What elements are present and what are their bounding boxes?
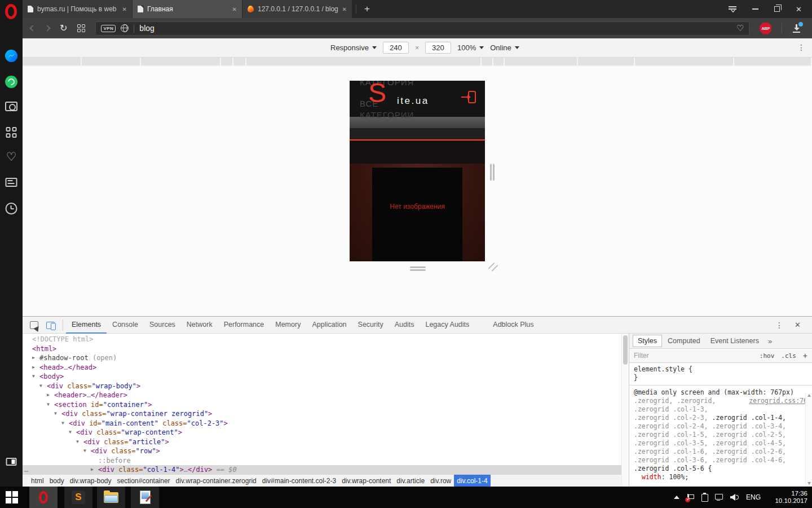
viewport-width-input[interactable]	[383, 42, 409, 54]
throttling-select[interactable]: Online	[490, 43, 519, 52]
viewport-resize-handle-bottom[interactable]	[410, 269, 426, 271]
elements-scrollbar[interactable]	[621, 334, 629, 487]
breadcrumb-item[interactable]: div.wrap-body	[67, 475, 114, 487]
breadcrumb-item[interactable]: body	[47, 475, 67, 487]
breadcrumb-item[interactable]: html	[28, 475, 47, 487]
news-icon[interactable]	[6, 178, 17, 187]
devtools-tab-security[interactable]: Security	[352, 317, 389, 334]
breadcrumb-item[interactable]: div#main-content.col-2-3	[259, 475, 339, 487]
device-toolbar-toggle-icon[interactable]	[46, 321, 56, 329]
opera-logo-icon[interactable]	[5, 4, 17, 19]
breadcrumb-item[interactable]: div.wrap-container.zerogrid	[173, 475, 259, 487]
tab-menu-icon[interactable]	[729, 6, 736, 12]
css-line[interactable]: .zerogrid .col-1-5, .zerogrid .col-2-5,	[634, 431, 801, 439]
devtools-tab-audits[interactable]: Audits	[389, 317, 420, 334]
messenger-icon[interactable]	[5, 50, 17, 62]
scroll-up-icon[interactable]	[807, 394, 811, 397]
start-button-icon[interactable]	[6, 491, 18, 503]
login-exit-icon[interactable]	[464, 91, 476, 104]
css-line[interactable]: .zerogrid .col-3-5, .zerogrid .col-4-5,	[634, 439, 801, 448]
sidebar-tabs-overflow-icon[interactable]: »	[768, 337, 772, 345]
tab-close-icon[interactable]: ✕	[342, 6, 347, 12]
battery-icon[interactable]	[701, 493, 708, 501]
dom-tree-row[interactable]: ▼<div class="wrap-body">	[23, 382, 621, 391]
dom-tree-row[interactable]: ▼<div id="main-content" class="col-2-3">	[23, 419, 621, 428]
css-line[interactable]: width: 100%;	[634, 473, 801, 481]
media-query-segment[interactable]	[734, 58, 811, 65]
css-source-link[interactable]: zerogrid.css:76	[749, 397, 807, 405]
bookmarks-heart-icon[interactable]: ♡	[6, 151, 17, 163]
hover-state-button[interactable]: :hov	[760, 352, 775, 360]
devtools-tab-elements[interactable]: Elements	[66, 317, 107, 334]
bookmark-heart-icon[interactable]: ♡	[736, 23, 744, 33]
volume-icon[interactable]	[730, 494, 739, 501]
devtools-tab-network[interactable]: Network	[181, 317, 218, 334]
css-line[interactable]: }	[629, 374, 812, 386]
dom-tree-row[interactable]: ▶#shadow-root (open)	[23, 353, 621, 363]
restore-button[interactable]	[774, 6, 780, 12]
sidebar-tab-computed[interactable]: Computed	[663, 335, 705, 347]
taskbar-opera[interactable]	[29, 487, 58, 508]
expand-arrow-icon[interactable]: ▶	[32, 363, 35, 373]
dom-tree-row[interactable]: ▼<section id="container">	[23, 400, 621, 410]
dom-tree-row[interactable]: …▶<div class="col-1-4">…</div> == $0	[23, 465, 621, 474]
breadcrumb-item[interactable]: div.row	[427, 475, 454, 487]
history-clock-icon[interactable]	[6, 203, 17, 214]
new-tab-button[interactable]: +	[360, 3, 374, 15]
sidebar-tab-event-listeners[interactable]: Event Listeners	[706, 335, 764, 347]
class-toggle-button[interactable]: .cls	[781, 352, 796, 360]
css-line[interactable]: .zerogrid .col-5-6 {	[634, 465, 801, 473]
expand-arrow-icon[interactable]: ▼	[76, 437, 79, 447]
breadcrumb-item[interactable]: div.article	[394, 475, 427, 487]
adblock-plus-badge[interactable]: ABP	[760, 23, 771, 34]
dom-tree-row[interactable]: <html>	[23, 344, 621, 354]
dom-tree-row[interactable]: <!DOCTYPE html>	[23, 335, 621, 344]
css-line[interactable]: element.style {	[634, 365, 801, 374]
speed-dial-grid-icon[interactable]	[77, 24, 85, 32]
css-line[interactable]: .zerogrid .col-3-6, .zerogrid .col-4-6,	[634, 456, 801, 465]
devtools-tab-performance[interactable]: Performance	[218, 317, 270, 334]
device-viewport[interactable]: КАТЕГОРИЯ ВСЕ КАТЕГОРИИ S ite.ua Нет изо…	[350, 81, 485, 261]
clock[interactable]: 17:36 10.10.2017	[768, 490, 807, 505]
scrollbar-thumb[interactable]	[623, 335, 628, 365]
expand-arrow-icon[interactable]: ▼	[39, 382, 42, 391]
tab-close-icon[interactable]: ✕	[232, 6, 237, 12]
zoom-select[interactable]: 100%	[457, 43, 484, 52]
css-line[interactable]: .zerogrid .col-2-3, .zerogrid .col-1-4,	[634, 414, 801, 422]
viewport-resize-handle-corner[interactable]	[491, 265, 498, 271]
expand-arrow-icon[interactable]: ▶	[91, 465, 94, 474]
expand-arrow-icon[interactable]: ▼	[69, 428, 72, 437]
viewport-height-input[interactable]	[425, 42, 451, 54]
expand-arrow-icon[interactable]: ▼	[83, 446, 86, 456]
expand-arrow-icon[interactable]: ▶	[32, 353, 35, 363]
media-query-segment[interactable]	[221, 58, 232, 65]
expand-arrow-icon[interactable]: ▶	[47, 391, 50, 400]
devtools-tab-sources[interactable]: Sources	[144, 317, 181, 334]
css-line[interactable]: @media only screen and (max-width: 767px…	[634, 388, 801, 397]
network-icon[interactable]	[715, 494, 723, 501]
snapshot-camera-icon[interactable]	[5, 102, 17, 111]
whatsapp-icon[interactable]	[5, 76, 17, 88]
taskbar-explorer[interactable]	[97, 487, 125, 508]
styles-filter-input[interactable]: Filter	[634, 352, 649, 360]
dom-tree-row[interactable]: ▼<div class="wrap-content">	[23, 428, 621, 437]
devtools-tab-application[interactable]: Application	[306, 317, 352, 334]
tray-expand-icon[interactable]	[674, 496, 679, 499]
media-query-segment[interactable]	[82, 58, 140, 65]
language-indicator[interactable]: ENG	[746, 493, 761, 501]
devtools-menu-icon[interactable]: ⋮	[775, 321, 783, 330]
dom-tree-row[interactable]: ▶<head>…</head>	[23, 363, 621, 373]
sidebar-tab-styles[interactable]: Styles	[633, 335, 662, 347]
expand-arrow-icon[interactable]: ▼	[54, 409, 57, 419]
devtools-tab-legacy-audits[interactable]: Legacy Audits	[420, 317, 475, 334]
taskbar-paint[interactable]	[131, 487, 159, 508]
sidebar-setup-icon[interactable]	[6, 458, 17, 466]
media-query-segment[interactable]	[578, 58, 634, 65]
breadcrumb-item[interactable]: div.wrap-content	[339, 475, 394, 487]
tab-close-icon[interactable]: ✕	[122, 6, 127, 12]
device-type-select[interactable]: Responsive	[330, 43, 377, 52]
media-query-segment[interactable]	[482, 58, 492, 65]
media-query-segment[interactable]	[246, 58, 480, 65]
media-query-segment[interactable]	[635, 58, 733, 65]
device-toolbar-options-icon[interactable]: ⋮	[797, 43, 805, 52]
